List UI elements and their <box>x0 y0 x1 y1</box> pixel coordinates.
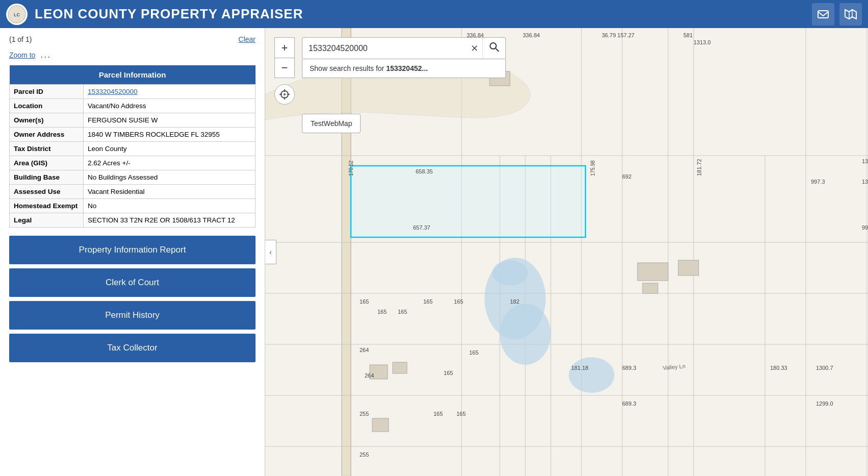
action-buttons: Property Information ReportClerk of Cour… <box>9 236 256 366</box>
svg-rect-40 <box>393 362 407 373</box>
field-value: FERGUSON SUSIE W <box>84 113 256 128</box>
svg-text:1309.2: 1309.2 <box>862 179 868 185</box>
svg-rect-37 <box>678 260 699 275</box>
parcel-table: Parcel Information Parcel ID153320452000… <box>9 65 256 228</box>
map-zoom-controls: + − <box>274 37 295 105</box>
svg-text:255: 255 <box>360 452 369 458</box>
tooltip-label: TestWebMap <box>311 119 352 128</box>
zoom-in-button[interactable]: + <box>274 37 295 58</box>
svg-text:165: 165 <box>444 370 453 376</box>
svg-text:181.18: 181.18 <box>571 365 589 371</box>
property-information-report-button[interactable]: Property Information Report <box>9 236 256 264</box>
svg-point-84 <box>490 43 496 49</box>
more-options-button[interactable]: ... <box>40 49 51 60</box>
app-header: LC LEON COUNTY PROPERTY APPRAISER <box>0 0 868 28</box>
panel-collapse-button[interactable]: ‹ <box>265 240 276 264</box>
svg-text:1313.0: 1313.0 <box>694 39 711 45</box>
svg-text:657.37: 657.37 <box>413 224 430 231</box>
table-row: Tax DistrictLeon County <box>10 142 256 156</box>
search-input-container: ✕ <box>302 37 506 59</box>
panel-top-bar: (1 of 1) Clear <box>0 28 265 47</box>
search-dropdown-prefix: Show search results for <box>310 64 386 72</box>
field-value: 1840 W TIMBERS ROCKLEDGE FL 32955 <box>84 128 256 142</box>
search-go-button[interactable] <box>482 38 505 59</box>
svg-text:182: 182 <box>510 298 519 305</box>
clear-button[interactable]: Clear <box>239 35 256 43</box>
table-row: LegalSECTION 33 T2N R2E OR 1508/613 TRAC… <box>10 213 256 228</box>
svg-rect-32 <box>351 166 585 237</box>
locate-button[interactable] <box>274 84 295 105</box>
svg-text:997.07: 997.07 <box>862 224 868 231</box>
table-row: LocationVacant/No Address <box>10 99 256 113</box>
svg-point-79 <box>284 93 286 95</box>
svg-marker-3 <box>845 10 856 19</box>
field-value: No <box>84 199 256 213</box>
field-value[interactable]: 1533204520000 <box>84 85 256 99</box>
clerk-of-court-button[interactable]: Clerk of Court <box>9 268 256 297</box>
search-dropdown[interactable]: Show search results for 153320452... <box>302 59 506 78</box>
header-icon-2[interactable] <box>839 3 862 26</box>
table-row: Owner(s)FERGUSON SUSIE W <box>10 113 256 128</box>
svg-text:165: 165 <box>456 411 466 417</box>
search-dropdown-query: 153320452... <box>386 64 428 72</box>
field-label: Parcel ID <box>10 85 84 99</box>
field-label: Area (GIS) <box>10 156 84 170</box>
svg-text:180.33: 180.33 <box>770 365 787 371</box>
left-panel: (1 of 1) Clear Zoom to ... Parcel Inform… <box>0 28 265 476</box>
tax-collector-button[interactable]: Tax Collector <box>9 334 256 362</box>
app-logo: LC <box>6 4 28 25</box>
svg-text:165: 165 <box>360 298 369 305</box>
table-row: Parcel ID1533204520000 <box>10 85 256 99</box>
svg-text:692: 692 <box>622 173 631 180</box>
table-row: Area (GIS)2.62 Acres +/- <box>10 156 256 170</box>
app-title: LEON COUNTY PROPERTY APPRAISER <box>35 6 303 22</box>
svg-text:264: 264 <box>360 347 369 353</box>
parcel-table-header: Parcel Information <box>10 65 256 85</box>
svg-text:170.52: 170.52 <box>348 160 354 176</box>
header-icon-1[interactable] <box>812 3 834 26</box>
search-input[interactable] <box>302 39 467 58</box>
zoom-to-button[interactable]: Zoom to <box>9 51 35 59</box>
svg-rect-36 <box>637 263 668 281</box>
svg-text:689.3: 689.3 <box>622 365 636 371</box>
svg-point-31 <box>569 357 615 393</box>
svg-text:165: 165 <box>398 309 407 315</box>
field-value: SECTION 33 T2N R2E OR 1508/613 TRACT 12 <box>84 213 256 228</box>
svg-text:165: 165 <box>454 298 463 305</box>
field-label: Tax District <box>10 142 84 156</box>
svg-rect-38 <box>643 283 658 293</box>
svg-point-30 <box>492 260 528 286</box>
svg-point-29 <box>500 304 551 365</box>
svg-text:1299.0: 1299.0 <box>816 400 833 407</box>
field-label: Owner Address <box>10 128 84 142</box>
map-area: Valley Ln 336.84 336.84 36.79 157.27 581… <box>265 28 868 476</box>
search-clear-button[interactable]: ✕ <box>467 39 482 58</box>
field-value: Vacant/No Address <box>84 99 256 113</box>
svg-text:336.84: 336.84 <box>523 32 540 38</box>
svg-text:689.3: 689.3 <box>622 400 636 407</box>
svg-text:1311.1: 1311.1 <box>862 158 868 164</box>
table-row: Homestead ExemptNo <box>10 199 256 213</box>
svg-text:181.72: 181.72 <box>696 159 702 176</box>
svg-text:1300.7: 1300.7 <box>816 365 833 371</box>
field-label: Owner(s) <box>10 113 84 128</box>
zoom-out-button[interactable]: − <box>274 58 295 78</box>
svg-text:165: 165 <box>377 309 387 315</box>
svg-text:255: 255 <box>360 411 369 417</box>
field-label: Building Base <box>10 170 84 185</box>
field-value: 2.62 Acres +/- <box>84 156 256 170</box>
field-value: No Buildings Assessed <box>84 170 256 185</box>
permit-history-button[interactable]: Permit History <box>9 301 256 330</box>
svg-text:997.3: 997.3 <box>811 179 825 185</box>
search-bar: ✕ Show search results for 153320452... <box>302 37 506 78</box>
svg-text:175.98: 175.98 <box>590 160 596 176</box>
svg-text:36.79 157.27: 36.79 157.27 <box>602 32 634 38</box>
svg-rect-41 <box>372 418 389 432</box>
svg-text:165: 165 <box>469 349 478 356</box>
svg-text:165: 165 <box>433 411 443 417</box>
field-value: Vacant Residential <box>84 185 256 199</box>
svg-text:581: 581 <box>683 32 693 38</box>
svg-text:LC: LC <box>14 12 20 17</box>
svg-rect-2 <box>818 11 828 18</box>
tooltip-box: TestWebMap <box>302 114 361 133</box>
